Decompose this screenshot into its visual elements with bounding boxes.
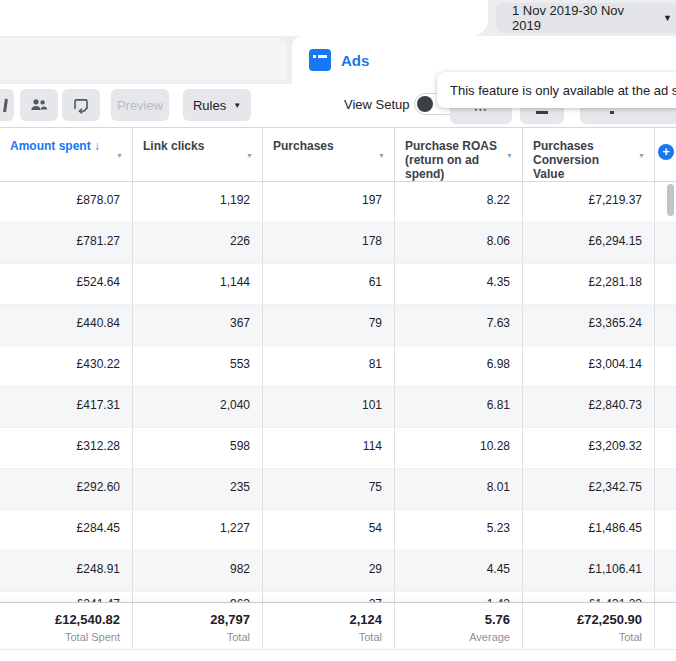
- table-row: £292.60235758.01£2,342.75: [0, 469, 676, 510]
- column-header-link-clicks[interactable]: Link clicks▼: [133, 128, 263, 181]
- cell-purchase-roas: 8.06: [395, 223, 523, 263]
- column-header-label: Purchase ROAS (return on ad spend): [405, 139, 497, 181]
- vertical-scrollbar-thumb[interactable]: [667, 184, 674, 216]
- cell-amount-spent: £430.22: [0, 346, 133, 386]
- cell-purchases-conversion-value: £2,281.18: [523, 264, 655, 304]
- table-row: £430.22553816.98£3,004.14: [0, 346, 676, 387]
- cell-link-clicks: 1,144: [133, 264, 263, 304]
- column-menu-caret-icon[interactable]: ▼: [246, 149, 253, 163]
- cell-link-clicks: 982: [133, 551, 263, 591]
- column-header-label: Link clicks: [143, 139, 204, 153]
- table-row: £781.272261788.06£6,294.15: [0, 223, 676, 264]
- chart-bar-icon: [536, 111, 548, 114]
- cell-amount-spent: £241.47: [0, 592, 133, 602]
- total-value: £12,540.82: [2, 612, 120, 627]
- view-setup-label: View Setup: [344, 97, 410, 112]
- column-header-purchase-roas[interactable]: Purchase ROAS (return on ad spend)▼: [395, 128, 523, 181]
- total-purchase-roas: 5.76Average: [395, 603, 523, 649]
- cell-purchase-roas: 6.98: [395, 346, 523, 386]
- total-value: 2,124: [265, 612, 382, 627]
- cell-link-clicks: 367: [133, 305, 263, 345]
- row-stub-cell: [655, 223, 676, 263]
- total-value: 28,797: [135, 612, 250, 627]
- row-stub-cell: [655, 592, 676, 602]
- swap-box-icon: [71, 95, 91, 115]
- tab-ads-label: Ads: [341, 52, 369, 69]
- cell-purchase-roas: 4.45: [395, 551, 523, 591]
- column-header-amount-spent[interactable]: Amount spent ↓▼: [0, 128, 133, 181]
- cell-purchases-conversion-value: £3,365.24: [523, 305, 655, 345]
- column-menu-caret-icon[interactable]: ▼: [378, 149, 385, 163]
- cell-purchase-roas: 10.28: [395, 428, 523, 468]
- toggle-knob: [417, 96, 433, 112]
- ads-manager-screen: 1 Nov 2019-30 Nov 2019 ▼ Ads Preview Rul…: [0, 0, 676, 661]
- cell-amount-spent: £417.31: [0, 387, 133, 427]
- cell-purchases: 79: [263, 305, 395, 345]
- cell-purchases-conversion-value: £6,294.15: [523, 223, 655, 263]
- cell-purchases: 197: [263, 182, 395, 222]
- tab-card-left-partial[interactable]: [0, 38, 287, 80]
- edit-button-partial[interactable]: [0, 89, 14, 121]
- table-row-clipped: £241.47963271.43£1,431.23: [0, 592, 676, 602]
- total-label: Total: [265, 631, 382, 643]
- rules-button[interactable]: Rules ▼: [183, 89, 251, 121]
- cell-link-clicks: 1,227: [133, 510, 263, 550]
- total-label: Total: [525, 631, 642, 643]
- cell-purchases: 61: [263, 264, 395, 304]
- cell-amount-spent: £440.84: [0, 305, 133, 345]
- total-value: 5.76: [397, 612, 510, 627]
- row-stub-cell: [655, 428, 676, 468]
- cell-purchase-roas: 8.01: [395, 469, 523, 509]
- column-menu-caret-icon[interactable]: ▼: [506, 149, 513, 163]
- table-body: £878.071,1921978.22£7,219.37£781.2722617…: [0, 182, 676, 602]
- cell-amount-spent: £284.45: [0, 510, 133, 550]
- preview-button[interactable]: Preview: [111, 89, 169, 121]
- date-caret-icon: ▼: [663, 13, 672, 23]
- total-amount-spent: £12,540.82Total Spent: [0, 603, 133, 649]
- ab-test-button[interactable]: [62, 89, 100, 121]
- cell-purchase-roas: 6.81: [395, 387, 523, 427]
- feature-tooltip: This feature is only available at the ad…: [437, 72, 676, 108]
- cell-amount-spent: £524.64: [0, 264, 133, 304]
- cell-purchases-conversion-value: £1,431.23: [523, 592, 655, 602]
- add-column-button[interactable]: +: [658, 144, 674, 160]
- cell-purchases: 114: [263, 428, 395, 468]
- row-stub-cell: [655, 305, 676, 345]
- cell-link-clicks: 598: [133, 428, 263, 468]
- cell-purchases-conversion-value: £3,209.32: [523, 428, 655, 468]
- date-range-button[interactable]: 1 Nov 2019-30 Nov 2019 ▼: [496, 3, 676, 33]
- cell-purchases-conversion-value: £3,004.14: [523, 346, 655, 386]
- caret-tip-icon: [610, 111, 614, 114]
- table-header-row: Amount spent ↓▼Link clicks▼Purchases▼Pur…: [0, 127, 676, 182]
- table-row: £440.84367797.63£3,365.24: [0, 305, 676, 346]
- table-row: £248.91982294.45£1,106.41: [0, 551, 676, 592]
- cell-purchases: 75: [263, 469, 395, 509]
- row-stub-cell: [655, 387, 676, 427]
- cell-purchase-roas: 8.22: [395, 182, 523, 222]
- table-row: £417.312,0401016.81£2,840.73: [0, 387, 676, 428]
- row-stub-cell: [655, 346, 676, 386]
- audience-button[interactable]: [20, 89, 58, 121]
- column-header-purchases[interactable]: Purchases▼: [263, 128, 395, 181]
- cell-purchases-conversion-value: £7,219.37: [523, 182, 655, 222]
- column-menu-caret-icon[interactable]: ▼: [638, 149, 645, 163]
- cell-purchases: 54: [263, 510, 395, 550]
- topbar-white-panel: [0, 0, 488, 36]
- cell-amount-spent: £878.07: [0, 182, 133, 222]
- totals-row: £12,540.82Total Spent28,797Total2,124Tot…: [0, 602, 676, 650]
- cell-link-clicks: 553: [133, 346, 263, 386]
- rules-caret-icon: ▼: [233, 101, 241, 110]
- people-icon: [29, 95, 49, 115]
- total-label: Average: [397, 631, 510, 643]
- total-label: Total Spent: [2, 631, 120, 643]
- cell-link-clicks: 226: [133, 223, 263, 263]
- column-header-purchases-conversion-value[interactable]: Purchases Conversion Value▼: [523, 128, 655, 181]
- column-menu-caret-icon[interactable]: ▼: [116, 149, 123, 163]
- pencil-icon: [3, 98, 8, 111]
- column-header-label: Amount spent ↓: [10, 139, 100, 153]
- cell-amount-spent: £292.60: [0, 469, 133, 509]
- total-link-clicks: 28,797Total: [133, 603, 263, 649]
- cell-purchase-roas: 7.63: [395, 305, 523, 345]
- cell-purchases-conversion-value: £2,342.75: [523, 469, 655, 509]
- cell-amount-spent: £248.91: [0, 551, 133, 591]
